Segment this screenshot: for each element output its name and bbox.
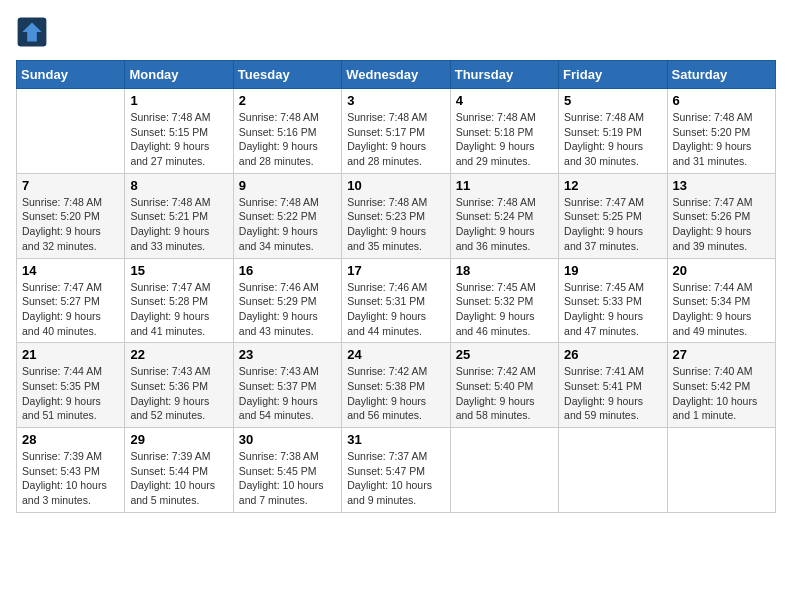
day-number: 1 xyxy=(130,93,227,108)
calendar-week-2: 7Sunrise: 7:48 AM Sunset: 5:20 PM Daylig… xyxy=(17,173,776,258)
weekday-header-tuesday: Tuesday xyxy=(233,61,341,89)
day-number: 21 xyxy=(22,347,119,362)
day-number: 29 xyxy=(130,432,227,447)
day-info: Sunrise: 7:39 AM Sunset: 5:43 PM Dayligh… xyxy=(22,449,119,508)
day-number: 11 xyxy=(456,178,553,193)
day-info: Sunrise: 7:37 AM Sunset: 5:47 PM Dayligh… xyxy=(347,449,444,508)
day-info: Sunrise: 7:45 AM Sunset: 5:33 PM Dayligh… xyxy=(564,280,661,339)
weekday-header-saturday: Saturday xyxy=(667,61,775,89)
weekday-header-friday: Friday xyxy=(559,61,667,89)
day-number: 31 xyxy=(347,432,444,447)
day-number: 20 xyxy=(673,263,770,278)
calendar-cell: 7Sunrise: 7:48 AM Sunset: 5:20 PM Daylig… xyxy=(17,173,125,258)
day-number: 5 xyxy=(564,93,661,108)
day-info: Sunrise: 7:44 AM Sunset: 5:34 PM Dayligh… xyxy=(673,280,770,339)
day-number: 4 xyxy=(456,93,553,108)
day-number: 22 xyxy=(130,347,227,362)
calendar-cell: 17Sunrise: 7:46 AM Sunset: 5:31 PM Dayli… xyxy=(342,258,450,343)
calendar-cell: 28Sunrise: 7:39 AM Sunset: 5:43 PM Dayli… xyxy=(17,428,125,513)
day-info: Sunrise: 7:48 AM Sunset: 5:18 PM Dayligh… xyxy=(456,110,553,169)
day-info: Sunrise: 7:43 AM Sunset: 5:37 PM Dayligh… xyxy=(239,364,336,423)
calendar-cell: 12Sunrise: 7:47 AM Sunset: 5:25 PM Dayli… xyxy=(559,173,667,258)
day-info: Sunrise: 7:40 AM Sunset: 5:42 PM Dayligh… xyxy=(673,364,770,423)
calendar-header: SundayMondayTuesdayWednesdayThursdayFrid… xyxy=(17,61,776,89)
calendar-cell: 14Sunrise: 7:47 AM Sunset: 5:27 PM Dayli… xyxy=(17,258,125,343)
calendar-cell: 25Sunrise: 7:42 AM Sunset: 5:40 PM Dayli… xyxy=(450,343,558,428)
calendar-cell: 9Sunrise: 7:48 AM Sunset: 5:22 PM Daylig… xyxy=(233,173,341,258)
calendar-table: SundayMondayTuesdayWednesdayThursdayFrid… xyxy=(16,60,776,513)
weekday-header-monday: Monday xyxy=(125,61,233,89)
day-number: 12 xyxy=(564,178,661,193)
day-number: 18 xyxy=(456,263,553,278)
calendar-cell: 1Sunrise: 7:48 AM Sunset: 5:15 PM Daylig… xyxy=(125,89,233,174)
calendar-week-3: 14Sunrise: 7:47 AM Sunset: 5:27 PM Dayli… xyxy=(17,258,776,343)
day-number: 14 xyxy=(22,263,119,278)
day-number: 26 xyxy=(564,347,661,362)
calendar-cell: 8Sunrise: 7:48 AM Sunset: 5:21 PM Daylig… xyxy=(125,173,233,258)
day-info: Sunrise: 7:48 AM Sunset: 5:24 PM Dayligh… xyxy=(456,195,553,254)
logo-icon xyxy=(16,16,48,48)
day-number: 3 xyxy=(347,93,444,108)
calendar-cell xyxy=(450,428,558,513)
day-info: Sunrise: 7:48 AM Sunset: 5:16 PM Dayligh… xyxy=(239,110,336,169)
calendar-cell xyxy=(559,428,667,513)
day-number: 30 xyxy=(239,432,336,447)
day-info: Sunrise: 7:47 AM Sunset: 5:26 PM Dayligh… xyxy=(673,195,770,254)
day-info: Sunrise: 7:48 AM Sunset: 5:22 PM Dayligh… xyxy=(239,195,336,254)
calendar-cell: 23Sunrise: 7:43 AM Sunset: 5:37 PM Dayli… xyxy=(233,343,341,428)
calendar-week-5: 28Sunrise: 7:39 AM Sunset: 5:43 PM Dayli… xyxy=(17,428,776,513)
day-info: Sunrise: 7:42 AM Sunset: 5:40 PM Dayligh… xyxy=(456,364,553,423)
calendar-cell: 13Sunrise: 7:47 AM Sunset: 5:26 PM Dayli… xyxy=(667,173,775,258)
day-info: Sunrise: 7:44 AM Sunset: 5:35 PM Dayligh… xyxy=(22,364,119,423)
calendar-cell: 27Sunrise: 7:40 AM Sunset: 5:42 PM Dayli… xyxy=(667,343,775,428)
day-number: 8 xyxy=(130,178,227,193)
day-info: Sunrise: 7:48 AM Sunset: 5:17 PM Dayligh… xyxy=(347,110,444,169)
calendar-cell: 21Sunrise: 7:44 AM Sunset: 5:35 PM Dayli… xyxy=(17,343,125,428)
calendar-cell: 4Sunrise: 7:48 AM Sunset: 5:18 PM Daylig… xyxy=(450,89,558,174)
calendar-cell: 5Sunrise: 7:48 AM Sunset: 5:19 PM Daylig… xyxy=(559,89,667,174)
calendar-cell: 3Sunrise: 7:48 AM Sunset: 5:17 PM Daylig… xyxy=(342,89,450,174)
day-info: Sunrise: 7:48 AM Sunset: 5:15 PM Dayligh… xyxy=(130,110,227,169)
day-info: Sunrise: 7:47 AM Sunset: 5:25 PM Dayligh… xyxy=(564,195,661,254)
calendar-cell xyxy=(17,89,125,174)
day-info: Sunrise: 7:46 AM Sunset: 5:29 PM Dayligh… xyxy=(239,280,336,339)
weekday-header-row: SundayMondayTuesdayWednesdayThursdayFrid… xyxy=(17,61,776,89)
calendar-cell: 26Sunrise: 7:41 AM Sunset: 5:41 PM Dayli… xyxy=(559,343,667,428)
day-number: 13 xyxy=(673,178,770,193)
day-number: 23 xyxy=(239,347,336,362)
day-number: 16 xyxy=(239,263,336,278)
calendar-cell: 15Sunrise: 7:47 AM Sunset: 5:28 PM Dayli… xyxy=(125,258,233,343)
calendar-cell: 11Sunrise: 7:48 AM Sunset: 5:24 PM Dayli… xyxy=(450,173,558,258)
calendar-cell: 10Sunrise: 7:48 AM Sunset: 5:23 PM Dayli… xyxy=(342,173,450,258)
day-number: 17 xyxy=(347,263,444,278)
weekday-header-sunday: Sunday xyxy=(17,61,125,89)
day-info: Sunrise: 7:46 AM Sunset: 5:31 PM Dayligh… xyxy=(347,280,444,339)
weekday-header-thursday: Thursday xyxy=(450,61,558,89)
day-info: Sunrise: 7:48 AM Sunset: 5:20 PM Dayligh… xyxy=(22,195,119,254)
day-number: 7 xyxy=(22,178,119,193)
logo xyxy=(16,16,52,48)
day-number: 25 xyxy=(456,347,553,362)
day-number: 15 xyxy=(130,263,227,278)
calendar-cell: 18Sunrise: 7:45 AM Sunset: 5:32 PM Dayli… xyxy=(450,258,558,343)
calendar-week-4: 21Sunrise: 7:44 AM Sunset: 5:35 PM Dayli… xyxy=(17,343,776,428)
calendar-cell: 29Sunrise: 7:39 AM Sunset: 5:44 PM Dayli… xyxy=(125,428,233,513)
day-info: Sunrise: 7:48 AM Sunset: 5:20 PM Dayligh… xyxy=(673,110,770,169)
calendar-cell: 31Sunrise: 7:37 AM Sunset: 5:47 PM Dayli… xyxy=(342,428,450,513)
calendar-cell: 19Sunrise: 7:45 AM Sunset: 5:33 PM Dayli… xyxy=(559,258,667,343)
day-info: Sunrise: 7:39 AM Sunset: 5:44 PM Dayligh… xyxy=(130,449,227,508)
calendar-cell: 6Sunrise: 7:48 AM Sunset: 5:20 PM Daylig… xyxy=(667,89,775,174)
calendar-cell: 22Sunrise: 7:43 AM Sunset: 5:36 PM Dayli… xyxy=(125,343,233,428)
day-info: Sunrise: 7:47 AM Sunset: 5:28 PM Dayligh… xyxy=(130,280,227,339)
day-number: 9 xyxy=(239,178,336,193)
day-info: Sunrise: 7:48 AM Sunset: 5:23 PM Dayligh… xyxy=(347,195,444,254)
calendar-cell: 16Sunrise: 7:46 AM Sunset: 5:29 PM Dayli… xyxy=(233,258,341,343)
day-info: Sunrise: 7:48 AM Sunset: 5:19 PM Dayligh… xyxy=(564,110,661,169)
day-number: 27 xyxy=(673,347,770,362)
day-number: 2 xyxy=(239,93,336,108)
day-info: Sunrise: 7:43 AM Sunset: 5:36 PM Dayligh… xyxy=(130,364,227,423)
calendar-cell: 2Sunrise: 7:48 AM Sunset: 5:16 PM Daylig… xyxy=(233,89,341,174)
day-info: Sunrise: 7:38 AM Sunset: 5:45 PM Dayligh… xyxy=(239,449,336,508)
day-info: Sunrise: 7:41 AM Sunset: 5:41 PM Dayligh… xyxy=(564,364,661,423)
day-info: Sunrise: 7:47 AM Sunset: 5:27 PM Dayligh… xyxy=(22,280,119,339)
